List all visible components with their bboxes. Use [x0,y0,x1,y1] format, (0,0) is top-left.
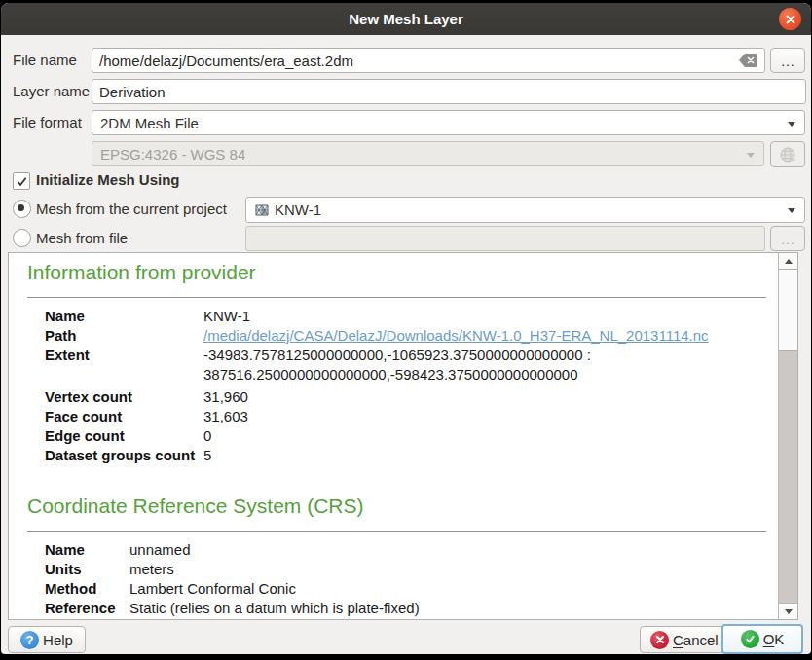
ok-button[interactable]: OK [721,624,803,654]
info-row-vertex-count: Vertex count 31,960 [45,387,778,407]
chevron-down-icon [788,208,795,213]
divider [27,297,766,298]
ok-icon [741,630,759,648]
metadata-panel: Information from provider Name KNW-1 Pat… [8,252,798,620]
file-name-input[interactable] [92,48,765,73]
mesh-from-file-label[interactable]: Mesh from file [36,226,128,251]
close-button[interactable] [779,8,801,30]
file-format-combo[interactable]: 2DM Mesh File [92,110,805,135]
crs-info-heading: Coordinate Reference System (CRS) [27,492,778,521]
mesh-file-browse-button: … [770,226,805,251]
cancel-button[interactable]: Cancel [640,626,729,653]
globe-icon [779,146,796,164]
file-format-label: File format [13,110,82,135]
initialize-mesh-label[interactable]: Initialize Mesh Using [36,167,180,193]
info-row-path: Path /media/delazj/CASA/DelazJ/Downloads… [45,326,778,346]
crs-row-method: Method Lambert Conformal Conic [45,579,778,599]
close-icon [785,14,796,25]
info-row-extent: Extent -34983.7578125000000000,-1065923.… [45,346,778,385]
crs-row-reference: Reference Static (relies on a datum whic… [45,599,778,618]
scroll-up-button[interactable] [779,253,797,269]
provider-info-table: Name KNW-1 Path /media/delazj/CASA/Delaz… [45,307,778,465]
clear-text-icon[interactable] [738,53,759,71]
info-row-dataset-groups-count: Dataset groups count 5 [45,446,778,465]
mesh-from-project-radio[interactable] [13,200,31,218]
help-icon: ? [20,631,39,649]
cancel-icon [650,631,669,649]
chevron-down-icon [788,122,795,127]
info-row-name: Name KNW-1 [45,307,778,326]
new-mesh-layer-dialog: New Mesh Layer File name … Layer name Fi… [1,3,811,654]
select-crs-button [770,141,805,167]
spacer [9,465,778,492]
crs-combo: EPSG:4326 - WGS 84 [92,141,764,166]
mesh-from-project-label[interactable]: Mesh from the current project [36,197,227,222]
layer-name-input[interactable] [92,79,806,104]
mesh-file-input [245,226,765,251]
scroll-down-button[interactable] [779,603,797,619]
layer-name-label: Layer name [13,79,90,104]
crs-row-name: Name unnamed [45,540,778,560]
mesh-layer-icon [254,202,270,218]
mesh-from-file-radio[interactable] [13,229,31,247]
info-row-face-count: Face count 31,603 [45,407,778,426]
help-button[interactable]: ? Help [8,626,86,653]
triangle-down-icon [785,609,793,614]
triangle-up-icon [785,259,793,264]
scrollbar[interactable] [778,253,797,619]
initialize-mesh-checkbox[interactable] [13,172,30,190]
crs-row-units: Units meters [45,560,778,579]
path-link[interactable]: /media/delazj/CASA/DelazJ/Downloads/KNW-… [203,326,709,346]
divider [27,531,766,532]
info-row-edge-count: Edge count 0 [45,426,778,446]
check-icon [16,175,28,188]
metadata-content: Information from provider Name KNW-1 Pat… [9,253,778,619]
crs-info-table: Name unnamed Units meters Method Lambert… [45,540,778,618]
chevron-down-icon [747,153,755,158]
scrollbar-thumb[interactable] [779,269,797,351]
provider-info-heading: Information from provider [27,258,778,287]
file-name-label: File name [13,48,77,73]
title-bar[interactable]: New Mesh Layer [1,3,811,35]
file-browse-button[interactable]: … [770,48,805,73]
dialog-title: New Mesh Layer [349,11,463,27]
project-mesh-combo[interactable]: KNW-1 [245,197,805,223]
